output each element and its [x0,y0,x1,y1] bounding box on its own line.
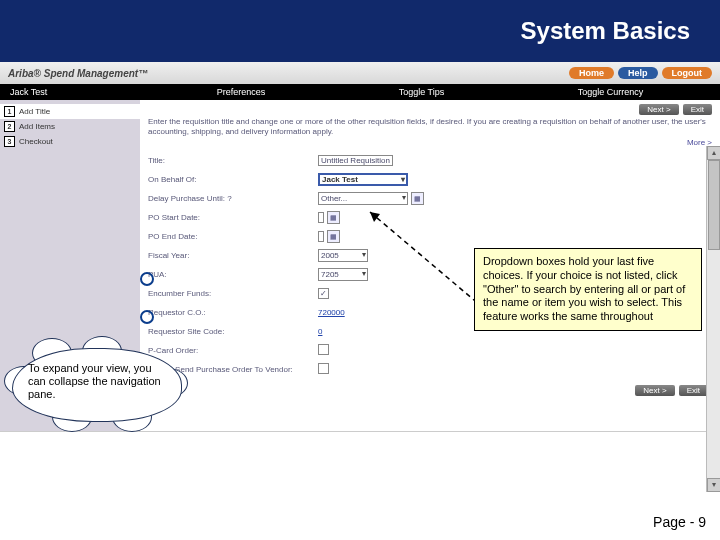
calendar-icon[interactable]: ▦ [327,230,340,243]
brand-logo: Ariba® Spend Management™ [8,68,148,79]
onbehalf-select[interactable]: Jack Test [318,173,408,186]
circle-marker-icon [140,310,154,324]
delay-label: Delay Purchase Until: ? [148,194,318,203]
nosend-checkbox[interactable] [318,363,329,374]
page-number: Page - 9 [653,514,706,530]
user-label: Jack Test [0,87,140,97]
cloud-callout: To expand your view, you can collapse th… [12,348,182,422]
exit-button[interactable]: Exit [683,104,712,115]
help-button[interactable]: Help [618,67,658,79]
home-button[interactable]: Home [569,67,614,79]
menu-toggle-currency[interactable]: Toggle Currency [578,87,644,97]
instruction-text: Enter the requisition title and change o… [148,117,712,136]
calendar-icon[interactable]: ▦ [411,192,424,205]
tooltip-callout: Dropdown boxes hold your last five choic… [474,248,702,331]
title-input[interactable]: Untitled Requisition [318,155,393,166]
pua-label: PUA: [148,270,318,279]
step-2[interactable]: 2Add Items [0,119,140,134]
title-label: Title: [148,156,318,165]
calendar-icon[interactable]: ▦ [327,211,340,224]
pua-select[interactable]: 7205 [318,268,368,281]
exit-button-bottom[interactable]: Exit [679,385,708,396]
step-1[interactable]: 1Add Title [0,104,140,119]
next-button-bottom[interactable]: Next > [635,385,674,396]
scroll-down-icon[interactable]: ▾ [707,478,720,492]
highlight-markers [140,272,154,348]
vertical-scrollbar[interactable]: ▴ ▾ [706,146,720,492]
more-link[interactable]: More > [148,138,712,147]
app-header-bar: Ariba® Spend Management™ Home Help Logou… [0,62,720,84]
poend-label: PO End Date: [148,232,318,241]
postart-input[interactable] [318,212,324,223]
logout-button[interactable]: Logout [662,67,713,79]
cloud-text: To expand your view, you can collapse th… [28,362,166,402]
tooltip-text: Dropdown boxes hold your last five choic… [483,255,685,322]
postart-label: PO Start Date: [148,213,318,222]
fiscal-label: Fiscal Year: [148,251,318,260]
reqco-link[interactable]: 720000 [318,308,345,317]
fiscal-select[interactable]: 2005 [318,249,368,262]
next-button[interactable]: Next > [639,104,678,115]
scroll-thumb[interactable] [708,160,720,250]
menu-bar: Jack Test Preferences Toggle Tips Toggle… [0,84,720,100]
encumber-label: Encumber Funds: [148,289,318,298]
scroll-up-icon[interactable]: ▴ [707,146,720,160]
pcard-checkbox[interactable] [318,344,329,355]
slide-title: System Basics [521,17,690,45]
site-label: Requestor Site Code: [148,327,318,336]
circle-marker-icon [140,272,154,286]
encumber-checkbox[interactable]: ✓ [318,288,329,299]
site-link[interactable]: 0 [318,327,322,336]
delay-select[interactable]: Other... [318,192,408,205]
menu-toggle-tips[interactable]: Toggle Tips [399,87,445,97]
onbehalf-label: On Behalf Of: [148,175,318,184]
reqco-label: Requestor C.O.: [148,308,318,317]
step-3[interactable]: 3Checkout [0,134,140,149]
poend-input[interactable] [318,231,324,242]
slide-header: System Basics [0,0,720,62]
menu-preferences[interactable]: Preferences [217,87,266,97]
